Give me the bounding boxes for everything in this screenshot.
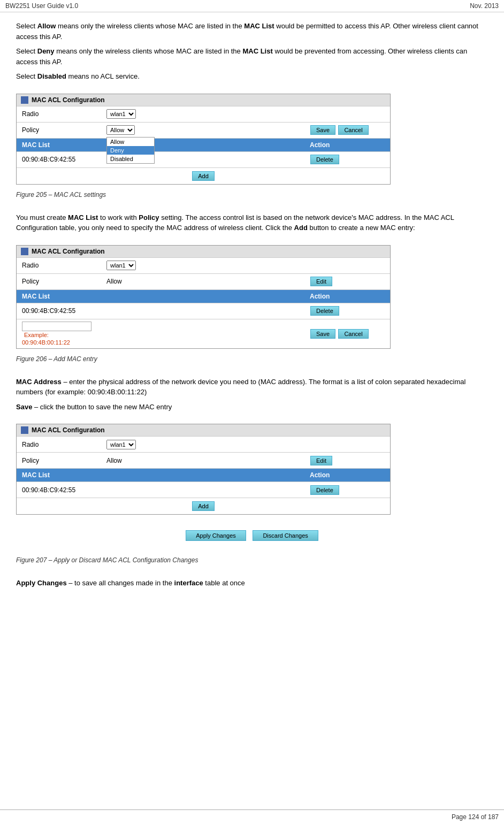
- table3-mac-acl: MAC ACL Configuration Radio wlan1 Policy…: [16, 424, 391, 515]
- table2-mac-input-cell[interactable]: Example: 00:90:4B:00:11:22: [17, 319, 102, 348]
- para2: Select Deny means only the wireless clie…: [16, 46, 488, 67]
- table3-maclist-header: MAC List: [17, 469, 304, 482]
- apply-discard-row: Apply Changes Discard Changes: [16, 525, 488, 546]
- body2-text1: MAC Address – enter the physical address…: [16, 377, 488, 398]
- header-bar: BW2251 User Guide v1.0 Nov. 2013: [0, 0, 504, 12]
- table3-radio-select[interactable]: wlan1: [106, 440, 136, 449]
- body3-text1: Apply Changes – to save all changes made…: [16, 578, 488, 589]
- table1-header-row: MAC List Action: [17, 138, 390, 151]
- table3-radio-action: [304, 442, 390, 447]
- table3-icon: [21, 426, 28, 434]
- table1-title: MAC ACL Configuration: [32, 96, 105, 104]
- table2-title-row: MAC ACL Configuration: [17, 246, 390, 257]
- fig3-caption: Figure 207 – Apply or Discard MAC ACL Co…: [16, 555, 488, 565]
- apply-bold: Apply Changes: [16, 579, 67, 587]
- table2-mac-acl: MAC ACL Configuration Radio wlan1 Policy…: [16, 245, 391, 349]
- table3-policy-label: Policy: [17, 455, 102, 467]
- table3-header-row: MAC List Action: [17, 468, 390, 482]
- maclist-bold3: MAC List: [68, 213, 98, 221]
- mac-address-bold: MAC Address: [16, 378, 62, 386]
- para1: Select Allow means only the wireless cli…: [16, 21, 488, 42]
- table3-radio-value: wlan1: [102, 438, 304, 452]
- table2-policy-row: Policy Allow Edit: [17, 273, 390, 289]
- table2-mac-row: 00:90:4B:C9:42:55 Delete: [17, 303, 390, 319]
- table3-policy-value: Allow: [102, 455, 304, 467]
- table2-header-row: MAC List Action: [17, 289, 390, 303]
- table1-action-header: Action: [304, 139, 390, 151]
- table2-input-action: Save Cancel: [304, 326, 390, 341]
- table1-mac-action: Delete: [304, 152, 390, 167]
- discard-changes-btn[interactable]: Discard Changes: [253, 530, 318, 541]
- table1-radio-value: wlan1: [102, 107, 304, 121]
- add-bold: Add: [294, 224, 308, 232]
- table1-delete-btn[interactable]: Delete: [310, 155, 339, 164]
- table1-icon: [21, 96, 28, 104]
- table1-radio-select[interactable]: wlan1: [106, 109, 136, 119]
- para3: Select Disabled means no ACL service.: [16, 71, 488, 82]
- table1-radio-action: [304, 112, 390, 116]
- table2-cancel-btn[interactable]: Cancel: [338, 329, 368, 339]
- table2-edit-btn[interactable]: Edit: [310, 277, 332, 286]
- apply-changes-btn[interactable]: Apply Changes: [186, 530, 246, 541]
- maclist-bold1: MAC List: [244, 22, 274, 30]
- footer-line: [0, 809, 504, 810]
- table3-footer-row: Add: [17, 498, 390, 514]
- table2-mac-action: Delete: [304, 303, 390, 318]
- table3-add-btn[interactable]: Add: [192, 501, 215, 511]
- table2-save-btn[interactable]: Save: [310, 329, 335, 339]
- table2-radio-row: Radio wlan1: [17, 257, 390, 273]
- dropdown-deny[interactable]: Deny: [107, 146, 154, 155]
- table3-title: MAC ACL Configuration: [32, 426, 105, 434]
- table1-policy-select[interactable]: Allow: [106, 125, 135, 135]
- table2-action-header: Action: [304, 290, 390, 303]
- table2-policy-action: Edit: [304, 274, 390, 289]
- table2-mac-input[interactable]: [22, 322, 91, 331]
- table2-radio-select[interactable]: wlan1: [106, 261, 136, 270]
- table2-input-spacer: [102, 332, 304, 336]
- table2-radio-label: Radio: [17, 259, 102, 271]
- table3-mac-spacer: [102, 488, 304, 492]
- table1-add-btn[interactable]: Add: [192, 171, 215, 181]
- interface-bold: interface: [174, 579, 203, 587]
- table1-radio-label: Radio: [17, 108, 102, 120]
- fig1-caption: Figure 205 – MAC ACL settings: [16, 190, 488, 200]
- table3-mac-action: Delete: [304, 483, 390, 498]
- table1-policy-value: Allow Allow Deny Disabled: [102, 123, 304, 137]
- table1-save-btn[interactable]: Save: [310, 125, 335, 135]
- table3-edit-btn[interactable]: Edit: [310, 456, 332, 465]
- table2-icon: [21, 248, 28, 255]
- table2-input-row: Example: 00:90:4B:00:11:22 Save Cancel: [17, 319, 390, 348]
- table3-radio-label: Radio: [17, 439, 102, 450]
- table1-policy-action: Save Cancel: [304, 123, 390, 138]
- table1-maclist-header: MAC List: [17, 139, 304, 151]
- doc-date: Nov. 2013: [470, 2, 499, 10]
- table1-cancel-btn[interactable]: Cancel: [338, 125, 368, 135]
- table3-mac-value: 00:90:4B:C9:42:55: [17, 484, 102, 496]
- table1-title-row: MAC ACL Configuration: [17, 94, 390, 106]
- doc-title: BW2251 User Guide v1.0: [5, 2, 78, 10]
- fig2-caption: Figure 206 – Add MAC entry: [16, 354, 488, 364]
- table1-mac-row: 00:90:4B:C9:42:55 Delete: [17, 151, 390, 167]
- table1-mac-value: 00:90:4B:C9:42:55: [17, 154, 102, 165]
- table2-mac-spacer: [102, 309, 304, 313]
- table3-delete-btn[interactable]: Delete: [310, 485, 339, 495]
- table3-policy-row: Policy Allow Edit: [17, 452, 390, 468]
- table1-policy-dropdown[interactable]: Allow Allow Deny Disabled: [106, 125, 135, 135]
- table1-mac-acl: MAC ACL Configuration Radio wlan1 Policy…: [16, 94, 391, 185]
- table2-delete-btn[interactable]: Delete: [310, 306, 339, 316]
- table3-mac-row: 00:90:4B:C9:42:55 Delete: [17, 482, 390, 498]
- table2-maclist-header: MAC List: [17, 290, 304, 303]
- dropdown-allow[interactable]: Allow: [107, 138, 154, 146]
- dropdown-disabled[interactable]: Disabled: [107, 155, 154, 163]
- policy-bold: Policy: [139, 213, 159, 221]
- save-bold: Save: [16, 403, 32, 411]
- table2-mac-value: 00:90:4B:C9:42:55: [17, 305, 102, 317]
- table2-policy-label: Policy: [17, 276, 102, 287]
- table3-action-header: Action: [304, 469, 390, 482]
- deny-bold: Deny: [37, 47, 55, 55]
- maclist-bold2: MAC List: [242, 47, 272, 55]
- table1-policy-label: Policy: [17, 124, 102, 136]
- allow-bold: Allow: [37, 22, 56, 30]
- disabled-bold: Disabled: [37, 72, 66, 80]
- table2-policy-value: Allow: [102, 276, 304, 287]
